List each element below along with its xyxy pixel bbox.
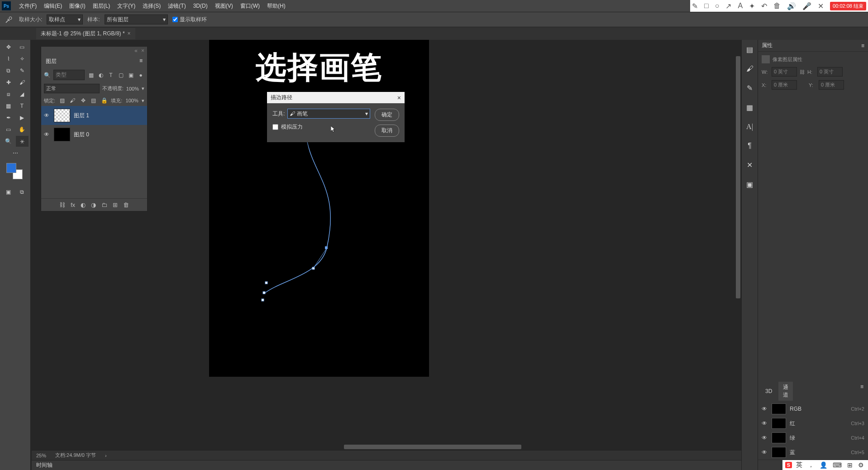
layer-item[interactable]: 👁 图层 0 [41,125,147,144]
ime-punct-icon[interactable]: ， [806,461,816,469]
highlight-icon[interactable]: ✦ [749,2,755,10]
vertical-scrollbar[interactable] [735,40,741,444]
eye-icon[interactable]: 👁 [762,420,768,427]
sogou-icon[interactable]: S [785,462,792,468]
close-rec-icon[interactable]: ✕ [818,2,824,10]
paragraph-icon[interactable]: ¶ [748,139,752,153]
quickmask-icon[interactable]: ▣ [2,187,15,197]
link-icon[interactable]: ⛓ [800,69,805,75]
adjustment-icon[interactable]: ◑ [91,201,96,208]
current-tool-icon[interactable] [4,14,14,25]
sample-dropdown[interactable]: 所有图层▾ [105,14,168,24]
channel-green[interactable]: 👁 绿 Ctrl+4 [758,431,868,445]
menu-image[interactable]: 图像(I) [66,0,89,12]
layer-name[interactable]: 图层 1 [74,112,89,120]
menu-filter[interactable]: 滤镜(T) [164,0,189,12]
text-tool[interactable]: T [16,101,29,111]
horizontal-scrollbar[interactable] [32,444,741,450]
new-layer-icon[interactable]: ⊞ [113,201,118,208]
menu-edit[interactable]: 编辑(E) [40,0,66,12]
menu-file[interactable]: 文件(F) [15,0,40,12]
filter-toggle-icon[interactable]: ● [137,72,144,79]
eyedropper-tool[interactable]: ✎ [16,65,29,76]
sample-size-dropdown[interactable]: 取样点▾ [47,14,83,24]
w-field[interactable]: 0 英寸 [772,67,797,77]
search-icon[interactable]: 🔍 [44,72,51,78]
lock-all-icon[interactable]: 🔒 [100,97,108,104]
filter-text-icon[interactable]: T [107,72,114,79]
menu-layer[interactable]: 图层(L) [89,0,114,12]
hand-tool[interactable]: ✋ [16,124,29,135]
collapse-icon[interactable]: « [134,48,138,54]
filter-shape-icon[interactable]: ▢ [117,72,124,79]
circle-icon[interactable]: ○ [715,2,720,10]
eye-icon[interactable]: 👁 [44,112,50,119]
eye-icon[interactable]: 👁 [762,449,768,456]
arrow-icon[interactable]: ↗ [725,2,731,10]
gradient-tool[interactable]: ▦ [2,101,15,111]
brush-preset-icon[interactable]: ✎ [747,81,753,95]
doc-size[interactable]: 文档:24.9M/0 字节 [55,452,96,459]
delete-layer-icon[interactable]: 🗑 [123,201,129,208]
healing-tool[interactable]: ✚ [2,77,15,88]
library-icon[interactable]: ▣ [746,177,753,192]
ok-button[interactable]: 确定 [375,109,399,121]
filter-smart-icon[interactable]: ▣ [127,72,134,79]
lock-nest-icon[interactable]: ▤ [90,97,97,104]
marquee-tool[interactable]: ▭ [16,42,29,53]
scrollbar-thumb[interactable] [736,56,740,298]
trash-icon[interactable]: 🗑 [773,2,781,10]
pen-tool[interactable]: ✒ [2,112,15,123]
undo-icon[interactable]: ↶ [761,2,767,10]
layer-item[interactable]: 👁 图层 1 [41,106,147,125]
lock-paint-icon[interactable]: 🖌 [69,97,76,104]
menu-select[interactable]: 选择(S) [139,0,164,12]
blend-mode-dropdown[interactable]: 正常 [44,84,100,93]
ime-softkbd-icon[interactable]: 👤 [818,461,829,469]
dialog-titlebar[interactable]: 描边路径 × [267,92,405,103]
rect-tool[interactable]: ▭ [2,124,15,135]
stamp-tool[interactable]: ⧇ [2,89,15,100]
eye-icon[interactable]: 👁 [762,406,768,412]
ime-bar[interactable]: S 英 ， 👤 ⌨ ⊞ ⚙ [782,460,868,470]
stroke-path-dialog[interactable]: 描边路径 × 工具: 🖌 画笔 ▾ 模拟压力 确定 取消 [267,92,405,142]
eye-icon[interactable]: 👁 [762,435,768,441]
ime-lang[interactable]: 英 [795,461,804,469]
tab-3d[interactable]: 3D [761,382,777,401]
tab-close-icon[interactable]: × [128,30,131,37]
character-icon[interactable]: A| [746,120,753,134]
menu-3d[interactable]: 3D(D) [190,1,211,11]
timeline-bar[interactable]: 时间轴 [32,460,741,470]
eraser-tool[interactable]: ◢ [16,89,29,100]
menu-help[interactable]: 帮助(H) [263,0,289,12]
fx-icon[interactable]: fx [71,201,75,208]
pencil-icon[interactable]: ✎ [692,2,698,10]
group-icon[interactable]: 🗀 [101,201,107,208]
zoom-tool[interactable]: 🔍 [2,136,15,147]
scrollbar-thumb[interactable] [344,445,521,449]
screenmode-icon[interactable]: ⧉ [16,187,29,197]
ellipsis-tool[interactable]: ⋯ [9,148,22,158]
sound-icon[interactable]: 🔊 [787,2,796,10]
ime-grid-icon[interactable]: ⊞ [846,461,854,469]
color-sampler-tool[interactable]: ⚹ [16,136,29,147]
menu-type[interactable]: 文字(Y) [114,0,139,12]
document-tab[interactable]: 未标题-1 @ 25% (图层 1, RGB/8) * × [36,28,135,39]
close-panel-icon[interactable]: × [141,48,144,54]
simulate-pressure-checkbox[interactable] [272,124,278,130]
ime-keyboard-icon[interactable]: ⌨ [831,461,843,469]
swatches-icon[interactable]: ▦ [746,101,753,115]
foreground-color[interactable] [6,163,16,173]
dialog-close-icon[interactable]: × [397,94,401,101]
zoom-level[interactable]: 25% [36,453,46,458]
text-tool-icon[interactable]: A [738,2,743,10]
status-chevron-icon[interactable]: › [105,453,107,458]
lasso-tool[interactable]: ⌇ [2,53,15,64]
cancel-button[interactable]: 取消 [375,125,399,137]
filter-adjust-icon[interactable]: ◐ [97,72,105,79]
menu-view[interactable]: 视图(V) [211,0,237,12]
ime-settings-icon[interactable]: ⚙ [857,461,865,469]
properties-panel-header[interactable]: 属性≡ [758,40,868,52]
x-field[interactable]: 0 厘米 [772,80,797,90]
layers-panel[interactable]: « × 图层≡ 🔍 类型 ▦ ◐ T ▢ ▣ ● 正常 不透明度: 100%▾ … [41,46,148,211]
